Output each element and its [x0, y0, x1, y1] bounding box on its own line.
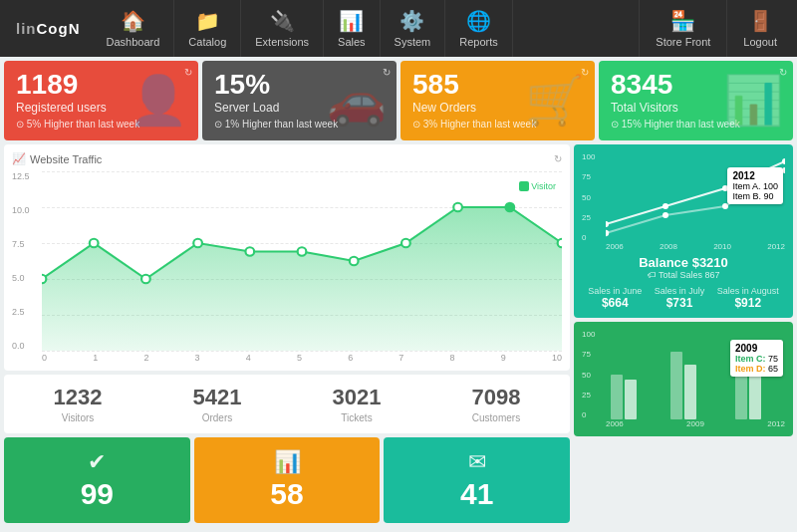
x-6: 6	[348, 353, 353, 363]
right-bottom-x-axis: 2006 2009 2012	[582, 419, 785, 428]
bottom-num-2: 41	[460, 477, 493, 511]
right-bottom-chart-wrapper: 100 75 50 25 0	[582, 330, 785, 428]
nav-logout[interactable]: 🚪 Logout	[726, 0, 793, 57]
svg-point-3	[141, 275, 150, 283]
legend-text: Visitor	[531, 181, 556, 191]
nav-extensions[interactable]: 🔌 Extensions	[241, 0, 324, 57]
x-1: 1	[93, 353, 98, 363]
svg-point-8	[401, 239, 410, 247]
sales-row: Sales in June $664 Sales in July $731 Sa…	[582, 286, 785, 310]
server-icon: 🚗	[327, 73, 387, 129]
right-bottom-y-axis: 100 75 50 25 0	[582, 330, 604, 419]
nav-right: 🏪 Store Front 🚪 Logout	[639, 0, 793, 57]
traffic-line-chart	[42, 171, 562, 351]
x-2: 2	[143, 353, 148, 363]
dashboard-icon: 🏠	[121, 9, 145, 33]
stats-orders-lbl: Orders	[193, 412, 242, 423]
storefront-icon: 🏪	[670, 9, 695, 33]
svg-point-6	[298, 247, 307, 255]
users-icon: 👤	[129, 73, 188, 129]
rb-tooltip-d: Item D: 65	[735, 364, 778, 374]
svg-rect-23	[684, 365, 696, 419]
traffic-chart-title: 📈 Website Traffic ↻	[12, 152, 562, 165]
x-9: 9	[501, 353, 506, 363]
x-8: 8	[450, 353, 455, 363]
stats-row: 1232 Visitors 5421 Orders 3021 Tickets 7…	[4, 375, 570, 433]
nav-catalog[interactable]: 📁 Catalog	[174, 0, 241, 57]
svg-point-13	[663, 203, 668, 209]
bottom-card-green: ✔ 99	[4, 437, 190, 523]
bottom-icon-chart: 📊	[274, 449, 301, 475]
svg-rect-22	[670, 352, 682, 419]
stats-orders: 5421 Orders	[193, 385, 242, 423]
sales-august-amount: $912	[717, 296, 779, 310]
bottom-card-cyan: ✉ 41	[384, 437, 570, 523]
sales-icon: 📊	[339, 9, 364, 33]
sales-august-label: Sales in August	[717, 286, 779, 296]
svg-marker-0	[42, 207, 562, 351]
nav-dashboard-label: Dashboard	[107, 36, 160, 48]
right-top-x-axis: 2006 2008 2010 2012	[582, 242, 785, 251]
bottom-card-yellow: 📊 58	[194, 437, 381, 523]
x-axis: 0 1 2 3 4 5 6 7 8 9 10	[12, 353, 562, 363]
y-label-1: 10.0	[12, 205, 40, 215]
svg-point-4	[193, 239, 202, 247]
users-refresh[interactable]: ↻	[184, 67, 192, 78]
navbar: linCogN 🏠 Dashboard 📁 Catalog 🔌 Extensio…	[0, 0, 797, 57]
rt-tooltip-year: 2012	[732, 170, 778, 181]
svg-point-10	[505, 203, 514, 211]
brand-logo[interactable]: linCogN	[4, 0, 93, 57]
right-bottom-panel: 100 75 50 25 0	[574, 322, 793, 436]
y-label-0: 12.5	[12, 171, 40, 181]
chart-refresh[interactable]: ↻	[554, 153, 562, 164]
logout-icon: 🚪	[748, 9, 773, 33]
svg-point-18	[722, 203, 728, 209]
brand-part1: lin	[16, 20, 37, 37]
left-panel: 📈 Website Traffic ↻ 12.5 10.0 7.5 5.0	[4, 144, 570, 523]
right-bottom-tooltip: 2009 Item C: 75 Item D: 65	[730, 340, 783, 377]
balance-text: Balance $3210	[582, 255, 785, 270]
nav-reports[interactable]: 🌐 Reports	[445, 0, 513, 57]
stats-customers: 7098 Customers	[472, 385, 521, 423]
visitor-legend: Visitor	[519, 181, 556, 191]
nav-extensions-label: Extensions	[255, 36, 309, 48]
sales-june-amount: $664	[588, 296, 642, 310]
nav-dashboard[interactable]: 🏠 Dashboard	[93, 0, 175, 57]
svg-point-7	[350, 257, 359, 265]
brand-part2: CogN	[37, 20, 81, 37]
sales-june-label: Sales in June	[588, 286, 642, 296]
rt-tooltip-b: Item B. 90	[732, 191, 778, 201]
x-0: 0	[42, 353, 47, 363]
x-3: 3	[195, 353, 200, 363]
rb-tooltip-year: 2009	[735, 343, 778, 354]
nav-storefront[interactable]: 🏪 Store Front	[639, 0, 726, 57]
bottom-icon-mail: ✉	[468, 449, 486, 475]
catalog-icon: 📁	[195, 9, 220, 33]
extensions-icon: 🔌	[270, 9, 295, 33]
stat-card-server: 15% Server Load ⊙ 1% Higher than last we…	[202, 61, 397, 140]
svg-point-5	[245, 247, 254, 255]
server-refresh[interactable]: ↻	[383, 67, 391, 78]
visitors-refresh[interactable]: ↻	[779, 67, 787, 78]
sales-june: Sales in June $664	[588, 286, 642, 310]
nav-sales-label: Sales	[338, 36, 366, 48]
svg-rect-21	[625, 380, 637, 419]
stats-visitors-lbl: Visitors	[54, 412, 103, 423]
svg-point-11	[558, 239, 562, 247]
sales-july-amount: $731	[655, 296, 705, 310]
svg-point-2	[90, 239, 99, 247]
orders-refresh[interactable]: ↻	[581, 67, 589, 78]
stat-card-users: 1189 Registered users ⊙ 5% Higher than l…	[4, 61, 198, 140]
nav-sales[interactable]: 📊 Sales	[324, 0, 381, 57]
sales-july: Sales in July $731	[655, 286, 705, 310]
chart-icon: 📈	[12, 152, 26, 165]
traffic-chart-card: 📈 Website Traffic ↻ 12.5 10.0 7.5 5.0	[4, 144, 570, 371]
stats-customers-lbl: Customers	[472, 412, 521, 423]
nav-system[interactable]: ⚙️ System	[381, 0, 446, 57]
stat-cards: 1189 Registered users ⊙ 5% Higher than l…	[0, 57, 797, 142]
stats-customers-num: 7098	[472, 385, 521, 410]
x-10: 10	[552, 353, 562, 363]
right-top-y-axis: 100 75 50 25 0	[582, 152, 604, 242]
grid-line-6	[42, 351, 562, 352]
y-axis: 12.5 10.0 7.5 5.0 2.5 0.0	[12, 171, 40, 351]
